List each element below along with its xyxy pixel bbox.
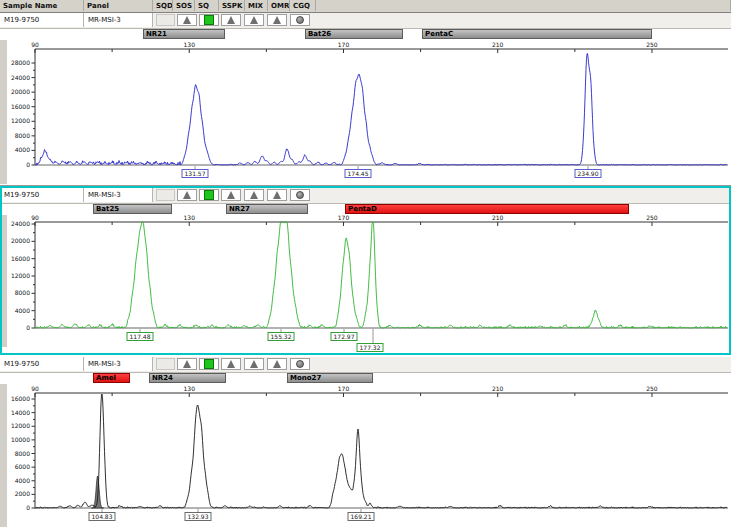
column-header-panel[interactable]: Panel — [84, 0, 153, 11]
panel-name-cell[interactable]: MR-MSI-3 — [84, 13, 153, 27]
peak-size-label[interactable]: 177.32 — [357, 343, 384, 352]
marker-bar-nr27[interactable]: NR27 — [226, 204, 308, 214]
peak-size-label[interactable]: 174.45 — [345, 169, 372, 178]
flag-cell-omr[interactable] — [267, 358, 287, 370]
marker-bar-pentac[interactable]: PentaC — [422, 29, 652, 39]
column-header-sample-name[interactable]: Sample Name — [0, 0, 84, 11]
flag-cell-sqd[interactable] — [156, 14, 175, 26]
flag-cell-sos[interactable] — [177, 358, 197, 370]
peak-size-label[interactable]: 169.21 — [348, 512, 375, 521]
marker-bar-pentad[interactable]: PentaD — [345, 204, 629, 214]
flag-cell-cgq[interactable] — [290, 189, 310, 201]
peak-size-label[interactable]: 155.32 — [268, 332, 295, 341]
column-header-mix[interactable]: MIX — [245, 0, 268, 11]
column-header-sqd[interactable]: SQD — [153, 0, 173, 11]
y-axis-tick-label: 12000 — [11, 117, 30, 124]
quality-sphere-icon — [296, 360, 304, 368]
peak-size-label[interactable]: 234.90 — [575, 169, 602, 178]
ruler-tick-label: 170 — [338, 41, 350, 48]
column-header-sspk[interactable]: SSPK — [219, 0, 245, 11]
flag-cell-sq[interactable] — [199, 358, 219, 370]
panel-name-cell[interactable]: MR-MSI-3 — [84, 188, 153, 202]
peak-size-label[interactable]: 131.57 — [182, 169, 209, 178]
flag-cell-mix[interactable] — [244, 14, 264, 26]
ruler-tick-label: 250 — [646, 41, 658, 48]
ruler-tick-label: 130 — [184, 41, 196, 48]
flag-cell-sqd[interactable] — [156, 358, 175, 370]
ruler-tick-label: 210 — [492, 385, 504, 392]
flag-cell-cgq[interactable] — [290, 358, 310, 370]
sample-row[interactable]: M19-9750MR-MSI-3 — [0, 13, 731, 29]
y-axis-tick-label: 20000 — [11, 237, 30, 244]
column-header-sq[interactable]: SQ — [195, 0, 219, 11]
panel-separator — [0, 185, 731, 186]
marker-bar-nr24[interactable]: NR24 — [149, 373, 226, 383]
y-axis-tick-label: 8000 — [15, 132, 30, 139]
warning-triangle-icon — [183, 16, 191, 24]
warning-triangle-icon — [273, 16, 281, 24]
flag-cell-sspk[interactable] — [221, 14, 241, 26]
flag-cell-sq[interactable] — [199, 189, 219, 201]
y-axis-tick-label: 2000 — [15, 490, 30, 497]
y-axis-tick-label: 0 — [26, 324, 30, 331]
peak-size-label[interactable]: 117.48 — [127, 332, 154, 341]
warning-triangle-icon — [250, 191, 258, 199]
y-axis-tick-label: 4000 — [15, 477, 30, 484]
flag-cell-sqd[interactable] — [156, 189, 175, 201]
flag-cell-sos[interactable] — [177, 189, 197, 201]
electropherogram-trace — [35, 53, 727, 165]
y-axis-tick-label: 8000 — [15, 450, 30, 457]
sample-name-cell[interactable]: M19-9750 — [0, 357, 84, 371]
ruler-tick-label: 250 — [646, 214, 658, 221]
ruler-tick-label: 250 — [646, 385, 658, 392]
peak-size-label[interactable]: 172.97 — [331, 332, 358, 341]
y-axis-tick-label: 24000 — [11, 220, 30, 227]
y-axis-tick-label: 6000 — [15, 463, 30, 470]
ruler-tick-label: 90 — [31, 385, 39, 392]
electropherogram-trace — [35, 394, 727, 508]
column-header-spacer[interactable] — [316, 0, 731, 11]
marker-bar-nr21[interactable]: NR21 — [143, 29, 225, 39]
sample-row[interactable]: M19-9750MR-MSI-3 — [0, 188, 731, 204]
ruler-tick-label: 90 — [31, 41, 39, 48]
peak-size-label[interactable]: 132.93 — [185, 512, 212, 521]
flag-cell-mix[interactable] — [244, 358, 264, 370]
marker-bar-bat26[interactable]: Bat26 — [305, 29, 403, 39]
column-header-omr[interactable]: OMR — [268, 0, 290, 11]
flag-cell-cgq[interactable] — [290, 14, 310, 26]
warning-triangle-icon — [250, 16, 258, 24]
flag-cell-omr[interactable] — [267, 14, 287, 26]
column-header-cgq[interactable]: CGQ — [290, 0, 316, 11]
y-axis-tick-label: 8000 — [15, 289, 30, 296]
panel-name-cell[interactable]: MR-MSI-3 — [84, 357, 153, 371]
peak-size-label[interactable]: 104.83 — [89, 512, 116, 521]
warning-triangle-icon — [183, 360, 191, 368]
flag-cell-mix[interactable] — [244, 189, 264, 201]
ruler-tick-label: 170 — [338, 385, 350, 392]
y-axis-tick-label: 12000 — [11, 422, 30, 429]
fragment-analysis-app: 9013017021025004000800012000160002000024… — [0, 0, 731, 527]
flag-cell-sq[interactable] — [199, 14, 219, 26]
y-axis-tick-label: 14000 — [11, 409, 30, 416]
ruler-tick-label: 90 — [31, 214, 39, 221]
electropherogram-plot-area[interactable]: 9013017021025004000800012000160002000024… — [0, 0, 731, 527]
y-axis-tick-label: 20000 — [11, 88, 30, 95]
flag-cell-sos[interactable] — [177, 14, 197, 26]
sample-name-cell[interactable]: M19-9750 — [0, 188, 84, 202]
sample-name-cell[interactable]: M19-9750 — [0, 13, 84, 27]
flag-cell-omr[interactable] — [267, 189, 287, 201]
quality-sphere-icon — [296, 16, 304, 24]
flag-cell-sspk[interactable] — [221, 358, 241, 370]
left-gutter — [0, 384, 7, 527]
pass-square-icon — [204, 15, 214, 25]
warning-triangle-icon — [273, 360, 281, 368]
marker-bar-mono27[interactable]: Mono27 — [287, 373, 373, 383]
warning-triangle-icon — [183, 191, 191, 199]
marker-bar-bat25[interactable]: Bat25 — [93, 204, 172, 214]
y-axis-tick-label: 0 — [26, 504, 30, 511]
sample-row[interactable]: M19-9750MR-MSI-3 — [0, 357, 731, 373]
column-header-sos[interactable]: SOS — [173, 0, 195, 11]
marker-bar-amel[interactable]: Amel — [93, 373, 130, 383]
y-axis-tick-label: 16000 — [11, 103, 30, 110]
flag-cell-sspk[interactable] — [221, 189, 241, 201]
